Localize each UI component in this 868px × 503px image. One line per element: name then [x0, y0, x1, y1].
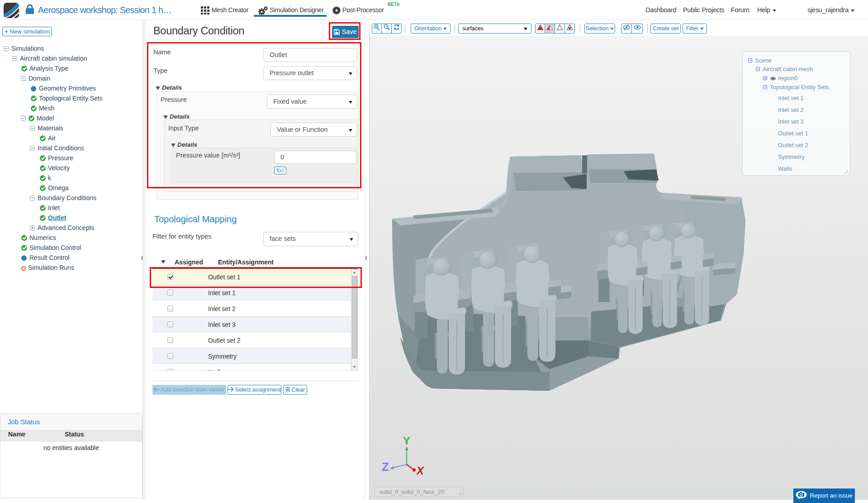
svg-text:Y: Y	[403, 435, 410, 447]
svg-text:Z: Z	[382, 460, 389, 474]
svg-text:X: X	[416, 465, 425, 477]
